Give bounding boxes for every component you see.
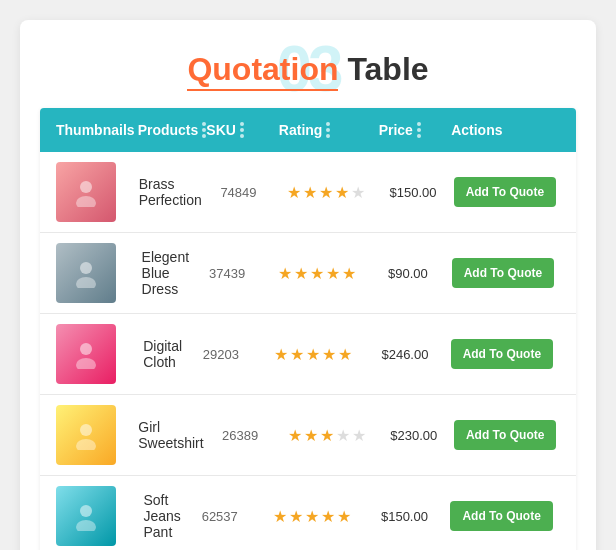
price-cell-2: $90.00 [370,266,446,281]
table-row: Elegent Blue Dress 37439 ★★★★★ $90.00 Ad… [40,233,576,314]
rating-cell-2: ★★★★★ [265,264,370,283]
svg-point-0 [80,181,92,193]
svg-point-9 [76,520,96,531]
svg-point-6 [80,424,92,436]
thumbnail-cell-5 [56,486,144,546]
thumbnail-img-3 [56,324,116,384]
add-to-quote-button-2[interactable]: Add To Quote [452,258,554,288]
star-5: ★ [342,264,356,283]
col-header-price: Price [379,122,452,138]
sort-dots-rating [326,122,330,138]
table-row: Girl Sweetshirt 26389 ★★★★★ $230.00 Add … [40,395,576,476]
rating-cell-1: ★★★★★ [275,183,376,202]
page-header: 03 Quotation Table [40,40,576,88]
svg-point-4 [80,343,92,355]
person-icon [71,339,101,369]
actions-cell-3: Add To Quote [444,339,560,369]
col-header-products: Products [138,122,207,138]
product-name-4: Girl Sweetshirt [138,419,203,451]
star-2: ★ [289,507,303,526]
person-icon [71,420,101,450]
star-5: ★ [351,183,365,202]
thumbnail-img-4 [56,405,116,465]
quotation-table: Thumbnails Products SKU Rating Price Act… [40,108,576,550]
star-4: ★ [322,345,336,364]
add-to-quote-button-3[interactable]: Add To Quote [451,339,553,369]
star-1: ★ [288,426,302,445]
svg-point-8 [80,505,92,517]
product-name-1: Brass Perfection [139,176,202,208]
main-container: 03 Quotation Table Thumbnails Products S… [20,20,596,550]
star-1: ★ [278,264,292,283]
col-header-rating: Rating [279,122,379,138]
thumbnail-img-2 [56,243,116,303]
actions-cell-5: Add To Quote [443,501,560,531]
star-1: ★ [273,507,287,526]
rating-cell-4: ★★★★★ [277,426,378,445]
thumbnail-cell-3 [56,324,143,384]
star-3: ★ [306,345,320,364]
table-header-row: Thumbnails Products SKU Rating Price Act… [40,108,576,152]
star-5: ★ [352,426,366,445]
table-row: Digital Cloth 29203 ★★★★★ $246.00 Add To… [40,314,576,395]
person-icon [71,258,101,288]
sku-cell-5: 62537 [181,509,259,524]
star-4: ★ [336,426,350,445]
svg-point-1 [76,196,96,207]
title-rest: Table [338,51,428,87]
star-3: ★ [319,183,333,202]
page-title: Quotation Table [40,40,576,88]
product-name-5: Soft Jeans Pant [144,492,181,540]
svg-point-3 [76,277,96,288]
rating-cell-3: ★★★★★ [260,345,367,364]
sort-dots-sku [240,122,244,138]
thumbnail-img-1 [56,162,116,222]
star-3: ★ [305,507,319,526]
thumbnail-cell-2 [56,243,142,303]
star-2: ★ [290,345,304,364]
table-row: Brass Perfection 74849 ★★★★★ $150.00 Add… [40,152,576,233]
price-cell-1: $150.00 [376,185,449,200]
actions-cell-1: Add To Quote [450,177,560,207]
sku-cell-4: 26389 [204,428,277,443]
title-highlight: Quotation [187,51,338,91]
star-3: ★ [310,264,324,283]
star-1: ★ [274,345,288,364]
thumbnail-img-5 [56,486,116,546]
product-name-3: Digital Cloth [143,338,182,370]
table-body: Brass Perfection 74849 ★★★★★ $150.00 Add… [40,152,576,550]
sku-cell-2: 37439 [189,266,265,281]
svg-point-7 [76,439,96,450]
rating-cell-5: ★★★★★ [259,507,366,526]
star-4: ★ [326,264,340,283]
price-cell-4: $230.00 [377,428,450,443]
thumbnail-cell-1 [56,162,139,222]
table-row: Soft Jeans Pant 62537 ★★★★★ $150.00 Add … [40,476,576,550]
sku-cell-3: 29203 [182,347,260,362]
star-2: ★ [303,183,317,202]
star-4: ★ [321,507,335,526]
product-name-2: Elegent Blue Dress [142,249,189,297]
star-3: ★ [320,426,334,445]
sort-dots-price [417,122,421,138]
col-header-sku: SKU [206,122,279,138]
price-cell-3: $246.00 [366,347,444,362]
add-to-quote-button-4[interactable]: Add To Quote [454,420,556,450]
col-header-actions: Actions [451,122,560,138]
star-2: ★ [294,264,308,283]
star-5: ★ [338,345,352,364]
star-5: ★ [337,507,351,526]
star-2: ★ [304,426,318,445]
person-icon [71,501,101,531]
actions-cell-2: Add To Quote [446,258,560,288]
star-4: ★ [335,183,349,202]
price-cell-5: $150.00 [366,509,444,524]
person-icon [71,177,101,207]
col-header-thumbnails: Thumbnails [56,122,138,138]
add-to-quote-button-1[interactable]: Add To Quote [454,177,556,207]
sku-cell-1: 74849 [202,185,275,200]
add-to-quote-button-5[interactable]: Add To Quote [450,501,552,531]
thumbnail-cell-4 [56,405,138,465]
svg-point-5 [76,358,96,369]
svg-point-2 [80,262,92,274]
